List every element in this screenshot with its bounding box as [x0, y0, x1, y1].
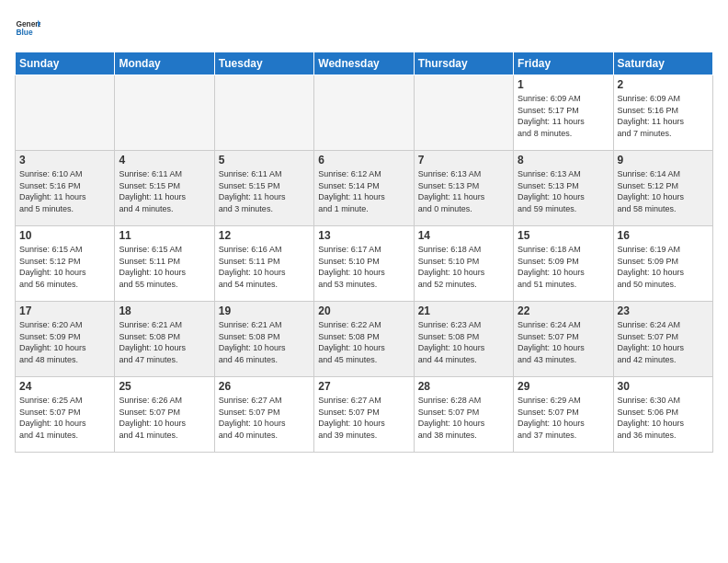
day-number: 19 [219, 304, 310, 317]
logo-icon: General Blue [15, 15, 40, 40]
day-number: 8 [518, 154, 609, 167]
calendar-cell [16, 75, 115, 151]
day-info: Sunrise: 6:12 AM Sunset: 5:14 PM Dayligh… [318, 168, 409, 214]
day-info: Sunrise: 6:22 AM Sunset: 5:08 PM Dayligh… [318, 319, 409, 365]
day-info: Sunrise: 6:14 AM Sunset: 5:12 PM Dayligh… [618, 168, 709, 214]
calendar-cell: 22Sunrise: 6:24 AM Sunset: 5:07 PM Dayli… [514, 302, 613, 377]
day-number: 30 [618, 380, 709, 393]
calendar-cell: 20Sunrise: 6:22 AM Sunset: 5:08 PM Dayli… [314, 302, 414, 377]
calendar-cell: 18Sunrise: 6:21 AM Sunset: 5:08 PM Dayli… [115, 302, 214, 377]
day-number: 22 [518, 304, 609, 317]
weekday-header: Sunday [16, 52, 115, 75]
day-number: 15 [518, 229, 609, 242]
day-info: Sunrise: 6:21 AM Sunset: 5:08 PM Dayligh… [119, 319, 210, 365]
day-info: Sunrise: 6:19 AM Sunset: 5:09 PM Dayligh… [618, 244, 709, 290]
day-number: 7 [418, 154, 509, 167]
weekday-header: Monday [115, 52, 214, 75]
calendar-cell: 7Sunrise: 6:13 AM Sunset: 5:13 PM Daylig… [414, 151, 513, 226]
day-info: Sunrise: 6:28 AM Sunset: 5:07 PM Dayligh… [418, 395, 509, 441]
day-info: Sunrise: 6:09 AM Sunset: 5:16 PM Dayligh… [618, 93, 709, 139]
calendar-cell: 6Sunrise: 6:12 AM Sunset: 5:14 PM Daylig… [314, 151, 414, 226]
calendar-cell: 2Sunrise: 6:09 AM Sunset: 5:16 PM Daylig… [613, 75, 712, 151]
calendar-cell: 15Sunrise: 6:18 AM Sunset: 5:09 PM Dayli… [514, 226, 613, 302]
day-info: Sunrise: 6:11 AM Sunset: 5:15 PM Dayligh… [219, 168, 310, 214]
day-number: 9 [618, 154, 709, 167]
day-info: Sunrise: 6:24 AM Sunset: 5:07 PM Dayligh… [518, 319, 609, 365]
day-info: Sunrise: 6:21 AM Sunset: 5:08 PM Dayligh… [219, 319, 310, 365]
day-info: Sunrise: 6:30 AM Sunset: 5:06 PM Dayligh… [618, 395, 709, 441]
day-info: Sunrise: 6:18 AM Sunset: 5:10 PM Dayligh… [418, 244, 509, 290]
day-number: 25 [119, 380, 210, 393]
week-row: 17Sunrise: 6:20 AM Sunset: 5:09 PM Dayli… [16, 302, 713, 377]
calendar-cell: 23Sunrise: 6:24 AM Sunset: 5:07 PM Dayli… [613, 302, 712, 377]
calendar-cell: 8Sunrise: 6:13 AM Sunset: 5:13 PM Daylig… [514, 151, 613, 226]
day-number: 4 [119, 154, 210, 167]
day-number: 14 [418, 229, 509, 242]
calendar-cell: 21Sunrise: 6:23 AM Sunset: 5:08 PM Dayli… [414, 302, 513, 377]
week-row: 10Sunrise: 6:15 AM Sunset: 5:12 PM Dayli… [16, 226, 713, 302]
header: General Blue [15, 15, 713, 40]
day-info: Sunrise: 6:16 AM Sunset: 5:11 PM Dayligh… [219, 244, 310, 290]
day-info: Sunrise: 6:23 AM Sunset: 5:08 PM Dayligh… [418, 319, 509, 365]
day-number: 3 [19, 154, 110, 167]
day-number: 13 [318, 229, 409, 242]
week-row: 24Sunrise: 6:25 AM Sunset: 5:07 PM Dayli… [16, 377, 713, 453]
calendar-cell: 27Sunrise: 6:27 AM Sunset: 5:07 PM Dayli… [314, 377, 414, 453]
weekday-header: Saturday [613, 52, 712, 75]
calendar-cell: 3Sunrise: 6:10 AM Sunset: 5:16 PM Daylig… [16, 151, 115, 226]
day-number: 10 [19, 229, 110, 242]
calendar-cell: 13Sunrise: 6:17 AM Sunset: 5:10 PM Dayli… [314, 226, 414, 302]
week-row: 3Sunrise: 6:10 AM Sunset: 5:16 PM Daylig… [16, 151, 713, 226]
calendar-cell [414, 75, 513, 151]
day-info: Sunrise: 6:11 AM Sunset: 5:15 PM Dayligh… [119, 168, 210, 214]
day-number: 27 [318, 380, 409, 393]
weekday-header: Thursday [414, 52, 513, 75]
day-number: 24 [19, 380, 110, 393]
day-number: 2 [618, 78, 709, 91]
day-info: Sunrise: 6:29 AM Sunset: 5:07 PM Dayligh… [518, 395, 609, 441]
calendar-cell: 24Sunrise: 6:25 AM Sunset: 5:07 PM Dayli… [16, 377, 115, 453]
day-info: Sunrise: 6:27 AM Sunset: 5:07 PM Dayligh… [219, 395, 310, 441]
calendar-cell: 5Sunrise: 6:11 AM Sunset: 5:15 PM Daylig… [214, 151, 313, 226]
calendar-cell: 30Sunrise: 6:30 AM Sunset: 5:06 PM Dayli… [613, 377, 712, 453]
calendar-cell: 9Sunrise: 6:14 AM Sunset: 5:12 PM Daylig… [613, 151, 712, 226]
calendar-cell: 10Sunrise: 6:15 AM Sunset: 5:12 PM Dayli… [16, 226, 115, 302]
day-number: 21 [418, 304, 509, 317]
logo: General Blue [15, 15, 40, 40]
calendar-cell: 12Sunrise: 6:16 AM Sunset: 5:11 PM Dayli… [214, 226, 313, 302]
day-info: Sunrise: 6:27 AM Sunset: 5:07 PM Dayligh… [318, 395, 409, 441]
day-info: Sunrise: 6:10 AM Sunset: 5:16 PM Dayligh… [19, 168, 110, 214]
weekday-header-row: SundayMondayTuesdayWednesdayThursdayFrid… [16, 52, 713, 75]
calendar-cell: 19Sunrise: 6:21 AM Sunset: 5:08 PM Dayli… [214, 302, 313, 377]
day-info: Sunrise: 6:26 AM Sunset: 5:07 PM Dayligh… [119, 395, 210, 441]
day-info: Sunrise: 6:13 AM Sunset: 5:13 PM Dayligh… [418, 168, 509, 214]
calendar-cell: 17Sunrise: 6:20 AM Sunset: 5:09 PM Dayli… [16, 302, 115, 377]
weekday-header: Friday [514, 52, 613, 75]
day-number: 6 [318, 154, 409, 167]
day-info: Sunrise: 6:25 AM Sunset: 5:07 PM Dayligh… [19, 395, 110, 441]
calendar-cell: 4Sunrise: 6:11 AM Sunset: 5:15 PM Daylig… [115, 151, 214, 226]
day-number: 28 [418, 380, 509, 393]
day-info: Sunrise: 6:20 AM Sunset: 5:09 PM Dayligh… [19, 319, 110, 365]
calendar-cell [115, 75, 214, 151]
calendar-cell: 25Sunrise: 6:26 AM Sunset: 5:07 PM Dayli… [115, 377, 214, 453]
day-number: 17 [19, 304, 110, 317]
calendar-cell [214, 75, 313, 151]
day-number: 16 [618, 229, 709, 242]
calendar-cell: 1Sunrise: 6:09 AM Sunset: 5:17 PM Daylig… [514, 75, 613, 151]
calendar-cell: 14Sunrise: 6:18 AM Sunset: 5:10 PM Dayli… [414, 226, 513, 302]
week-row: 1Sunrise: 6:09 AM Sunset: 5:17 PM Daylig… [16, 75, 713, 151]
calendar-table: SundayMondayTuesdayWednesdayThursdayFrid… [15, 52, 713, 453]
day-number: 12 [219, 229, 310, 242]
day-info: Sunrise: 6:24 AM Sunset: 5:07 PM Dayligh… [618, 319, 709, 365]
day-info: Sunrise: 6:17 AM Sunset: 5:10 PM Dayligh… [318, 244, 409, 290]
calendar-cell: 26Sunrise: 6:27 AM Sunset: 5:07 PM Dayli… [214, 377, 313, 453]
day-info: Sunrise: 6:13 AM Sunset: 5:13 PM Dayligh… [518, 168, 609, 214]
day-info: Sunrise: 6:18 AM Sunset: 5:09 PM Dayligh… [518, 244, 609, 290]
day-number: 23 [618, 304, 709, 317]
day-number: 5 [219, 154, 310, 167]
day-info: Sunrise: 6:09 AM Sunset: 5:17 PM Dayligh… [518, 93, 609, 139]
day-number: 26 [219, 380, 310, 393]
day-number: 18 [119, 304, 210, 317]
calendar-cell: 28Sunrise: 6:28 AM Sunset: 5:07 PM Dayli… [414, 377, 513, 453]
